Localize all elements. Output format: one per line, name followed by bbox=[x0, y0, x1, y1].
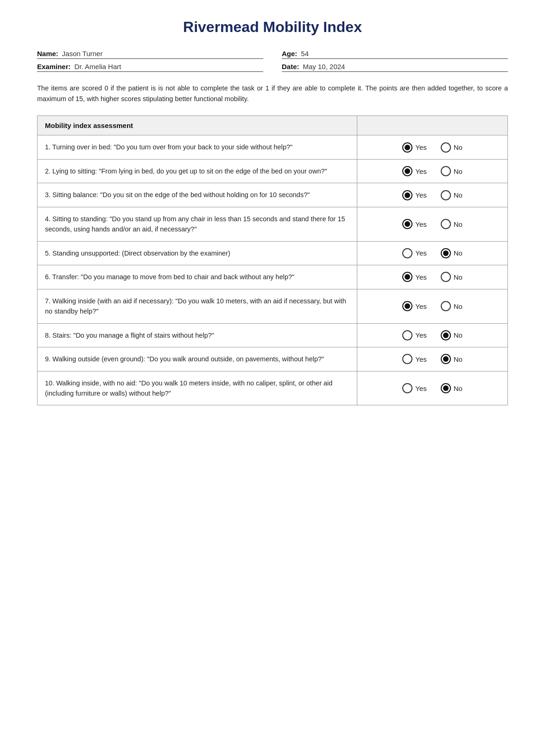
no-option-8[interactable]: No bbox=[441, 330, 463, 340]
yes-option-2[interactable]: Yes bbox=[402, 166, 426, 176]
answer-4[interactable]: YesNo bbox=[357, 207, 508, 241]
yes-option-9[interactable]: Yes bbox=[402, 354, 426, 364]
table-row: 6. Transfer: "Do you manage to move from… bbox=[38, 265, 508, 289]
no-circle-2 bbox=[441, 166, 451, 176]
table-row: 5. Standing unsupported: (Direct observa… bbox=[38, 241, 508, 265]
answer-6[interactable]: YesNo bbox=[357, 265, 508, 289]
yes-circle-10 bbox=[402, 383, 412, 393]
yes-circle-2 bbox=[402, 166, 412, 176]
question-9: 9. Walking outside (even ground): "Do yo… bbox=[38, 347, 357, 371]
description-text: The items are scored 0 if the patient is… bbox=[37, 83, 508, 104]
page-title: Rivermead Mobility Index bbox=[37, 19, 508, 36]
answer-7[interactable]: YesNo bbox=[357, 289, 508, 323]
answer-2[interactable]: YesNo bbox=[357, 159, 508, 183]
yes-label-2: Yes bbox=[415, 167, 426, 175]
question-4: 4. Sitting to standing: "Do you stand up… bbox=[38, 207, 357, 241]
yes-option-8[interactable]: Yes bbox=[402, 330, 426, 340]
table-row: 7. Walking inside (with an aid if necess… bbox=[38, 289, 508, 323]
table-row: 2. Lying to sitting: "From lying in bed,… bbox=[38, 159, 508, 183]
no-option-1[interactable]: No bbox=[441, 142, 463, 153]
no-circle-9 bbox=[441, 354, 451, 364]
yes-label-4: Yes bbox=[415, 220, 426, 228]
no-option-7[interactable]: No bbox=[441, 301, 463, 311]
no-circle-8 bbox=[441, 330, 451, 340]
answer-5[interactable]: YesNo bbox=[357, 241, 508, 265]
header-fields: Name: Jason Turner Age: 54 Examiner: Dr.… bbox=[37, 50, 508, 72]
yes-option-7[interactable]: Yes bbox=[402, 301, 426, 311]
answer-1[interactable]: YesNo bbox=[357, 135, 508, 159]
no-label-6: No bbox=[454, 273, 463, 281]
yes-label-5: Yes bbox=[415, 249, 426, 257]
question-10: 10. Walking inside, with no aid: "Do you… bbox=[38, 371, 357, 405]
no-option-4[interactable]: No bbox=[441, 219, 463, 229]
name-value: Jason Turner bbox=[62, 50, 103, 58]
table-header-answers bbox=[357, 116, 508, 135]
no-label-7: No bbox=[454, 302, 463, 310]
no-label-1: No bbox=[454, 143, 463, 151]
date-value: May 10, 2024 bbox=[303, 63, 345, 70]
question-5: 5. Standing unsupported: (Direct observa… bbox=[38, 241, 357, 265]
yes-label-6: Yes bbox=[415, 273, 426, 281]
assessment-table: Mobility index assessment 1. Turning ove… bbox=[37, 115, 508, 405]
table-row: 4. Sitting to standing: "Do you stand up… bbox=[38, 207, 508, 241]
question-1: 1. Turning over in bed: "Do you turn ove… bbox=[38, 135, 357, 159]
yes-option-5[interactable]: Yes bbox=[402, 248, 426, 258]
no-label-5: No bbox=[454, 249, 463, 257]
yes-option-3[interactable]: Yes bbox=[402, 190, 426, 200]
yes-circle-1 bbox=[402, 142, 412, 153]
no-label-4: No bbox=[454, 220, 463, 228]
no-option-3[interactable]: No bbox=[441, 190, 463, 200]
table-row: 3. Sitting balance: "Do you sit on the e… bbox=[38, 183, 508, 207]
no-label-3: No bbox=[454, 191, 463, 199]
yes-option-6[interactable]: Yes bbox=[402, 272, 426, 282]
no-circle-7 bbox=[441, 301, 451, 311]
no-label-9: No bbox=[454, 355, 463, 363]
no-option-2[interactable]: No bbox=[441, 166, 463, 176]
no-label-8: No bbox=[454, 331, 463, 339]
answer-3[interactable]: YesNo bbox=[357, 183, 508, 207]
answer-8[interactable]: YesNo bbox=[357, 323, 508, 347]
yes-circle-6 bbox=[402, 272, 412, 282]
table-row: 9. Walking outside (even ground): "Do yo… bbox=[38, 347, 508, 371]
yes-label-1: Yes bbox=[415, 143, 426, 151]
no-option-10[interactable]: No bbox=[441, 383, 463, 393]
age-value: 54 bbox=[301, 50, 309, 58]
no-label-10: No bbox=[454, 384, 463, 392]
date-field: Date: May 10, 2024 bbox=[282, 63, 508, 72]
answer-10[interactable]: YesNo bbox=[357, 371, 508, 405]
yes-circle-4 bbox=[402, 219, 412, 229]
no-option-9[interactable]: No bbox=[441, 354, 463, 364]
yes-label-10: Yes bbox=[415, 384, 426, 392]
yes-circle-7 bbox=[402, 301, 412, 311]
table-row: 10. Walking inside, with no aid: "Do you… bbox=[38, 371, 508, 405]
table-row: 8. Stairs: "Do you manage a flight of st… bbox=[38, 323, 508, 347]
examiner-field: Examiner: Dr. Amelia Hart bbox=[37, 63, 263, 72]
table-row: 1. Turning over in bed: "Do you turn ove… bbox=[38, 135, 508, 159]
yes-circle-8 bbox=[402, 330, 412, 340]
no-label-2: No bbox=[454, 167, 463, 175]
question-7: 7. Walking inside (with an aid if necess… bbox=[38, 289, 357, 323]
yes-option-4[interactable]: Yes bbox=[402, 219, 426, 229]
no-circle-5 bbox=[441, 248, 451, 258]
age-field: Age: 54 bbox=[282, 50, 508, 59]
yes-label-8: Yes bbox=[415, 331, 426, 339]
yes-label-7: Yes bbox=[415, 302, 426, 310]
question-3: 3. Sitting balance: "Do you sit on the e… bbox=[38, 183, 357, 207]
examiner-label: Examiner: bbox=[37, 63, 71, 70]
no-circle-3 bbox=[441, 190, 451, 200]
no-circle-6 bbox=[441, 272, 451, 282]
age-label: Age: bbox=[282, 50, 297, 58]
yes-label-9: Yes bbox=[415, 355, 426, 363]
no-circle-10 bbox=[441, 383, 451, 393]
yes-circle-9 bbox=[402, 354, 412, 364]
yes-option-1[interactable]: Yes bbox=[402, 142, 426, 153]
no-circle-4 bbox=[441, 219, 451, 229]
question-6: 6. Transfer: "Do you manage to move from… bbox=[38, 265, 357, 289]
question-2: 2. Lying to sitting: "From lying in bed,… bbox=[38, 159, 357, 183]
no-option-5[interactable]: No bbox=[441, 248, 463, 258]
answer-9[interactable]: YesNo bbox=[357, 347, 508, 371]
yes-label-3: Yes bbox=[415, 191, 426, 199]
date-label: Date: bbox=[282, 63, 299, 70]
yes-option-10[interactable]: Yes bbox=[402, 383, 426, 393]
no-option-6[interactable]: No bbox=[441, 272, 463, 282]
